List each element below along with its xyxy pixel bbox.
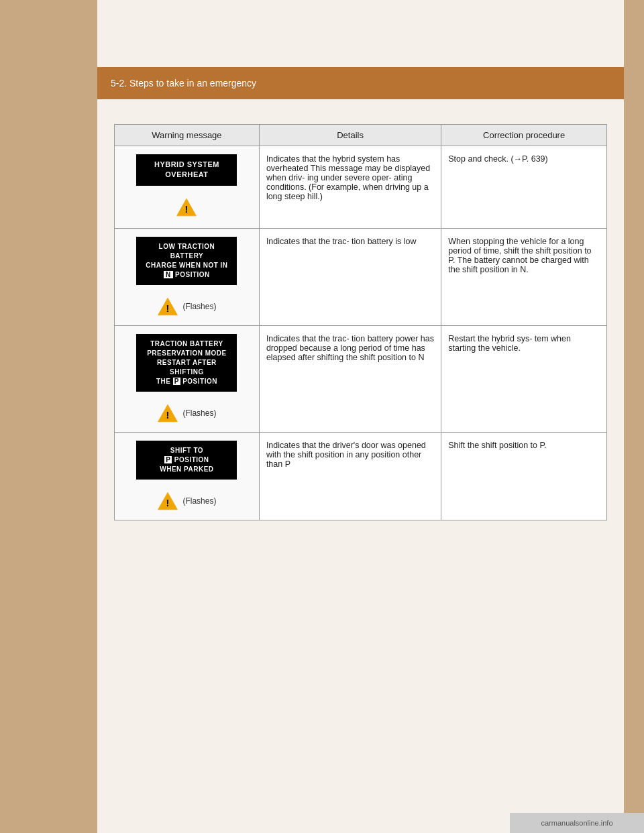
table-row: TRACTION BATTERYPRESERVATION MODERESTART…	[115, 325, 607, 432]
hybrid-overheat-sign: HYBRID SYSTEMOVERHEAT	[136, 154, 237, 186]
low-traction-sign: LOW TRACTION BATTERYCHARGE WHEN NOT INN …	[136, 237, 237, 285]
details-text-1: Indicates that the hybrid system has ove…	[266, 154, 430, 201]
details-text-4: Indicates that the driver's door was ope…	[266, 441, 426, 469]
table-row: LOW TRACTION BATTERYCHARGE WHEN NOT INN …	[115, 228, 607, 325]
warning-message-cell-3: TRACTION BATTERYPRESERVATION MODERESTART…	[115, 325, 260, 432]
left-sidebar	[0, 0, 97, 833]
warning-sign-1: HYBRID SYSTEMOVERHEAT	[121, 154, 252, 191]
details-text-2: Indicates that the trac- tion battery is…	[266, 237, 417, 246]
caution-icon-2: ! (Flashes)	[121, 296, 252, 317]
header-bar: 5-2. Steps to take in an emergency	[97, 67, 624, 99]
caution-icon-3: ! (Flashes)	[121, 402, 252, 424]
col-correction: Correction procedure	[441, 125, 607, 146]
flashes-label-4: (Flashes)	[182, 496, 216, 506]
warning-message-cell-4: SHIFT TOP POSITIONWHEN PARKED ! (Flashes…	[115, 432, 260, 520]
header-title: 5-2. Steps to take in an emergency	[111, 78, 256, 89]
right-sidebar	[624, 0, 644, 833]
details-cell-2: Indicates that the trac- tion battery is…	[259, 228, 441, 325]
table-row: SHIFT TOP POSITIONWHEN PARKED ! (Flashes…	[115, 432, 607, 520]
svg-text:!: !	[185, 204, 189, 215]
caution-triangle-svg-3: !	[157, 402, 178, 424]
caution-triangle-svg-1: !	[176, 197, 197, 218]
warning-sign-2: LOW TRACTION BATTERYCHARGE WHEN NOT INN …	[121, 237, 252, 290]
shift-to-p-sign: SHIFT TOP POSITIONWHEN PARKED	[136, 441, 237, 480]
flashes-label-3: (Flashes)	[182, 408, 216, 418]
col-details: Details	[259, 125, 441, 146]
warning-message-cell-2: LOW TRACTION BATTERYCHARGE WHEN NOT INN …	[115, 228, 260, 325]
correction-text-2: When stopping the vehicle for a long per…	[448, 237, 591, 274]
caution-icon-4: ! (Flashes)	[121, 490, 252, 512]
details-cell-4: Indicates that the driver's door was ope…	[259, 432, 441, 520]
correction-cell-4: Shift the shift position to P.	[441, 432, 607, 520]
correction-text-3: Restart the hybrid sys- tem when startin…	[448, 334, 571, 353]
table-row: HYBRID SYSTEMOVERHEAT ! Indicates that t…	[115, 146, 607, 229]
caution-triangle-svg-2: !	[157, 296, 178, 317]
warning-table: Warning message Details Correction proce…	[114, 124, 607, 520]
svg-text:!: !	[166, 303, 170, 314]
warning-sign-3: TRACTION BATTERYPRESERVATION MODERESTART…	[121, 334, 252, 397]
correction-text-4: Shift the shift position to P.	[448, 441, 546, 450]
warning-sign-4: SHIFT TOP POSITIONWHEN PARKED	[121, 441, 252, 485]
traction-preservation-sign: TRACTION BATTERYPRESERVATION MODERESTART…	[136, 334, 237, 392]
caution-triangle-svg-4: !	[157, 490, 178, 512]
svg-text:!: !	[166, 410, 170, 421]
correction-cell-3: Restart the hybrid sys- tem when startin…	[441, 325, 607, 432]
caution-icon-1: !	[121, 197, 252, 220]
warning-message-cell-1: HYBRID SYSTEMOVERHEAT !	[115, 146, 260, 229]
main-content: Warning message Details Correction proce…	[97, 111, 624, 534]
footer-url: carmanualsonline.info	[541, 819, 612, 827]
footer-bar: carmanualsonline.info	[510, 813, 644, 833]
correction-text-1: Stop and check. (→P. 639)	[448, 154, 547, 164]
flashes-label-2: (Flashes)	[182, 302, 216, 311]
details-cell-1: Indicates that the hybrid system has ove…	[259, 146, 441, 229]
details-cell-3: Indicates that the trac- tion battery po…	[259, 325, 441, 432]
details-text-3: Indicates that the trac- tion battery po…	[266, 334, 434, 362]
col-warning-message: Warning message	[115, 125, 260, 146]
correction-cell-2: When stopping the vehicle for a long per…	[441, 228, 607, 325]
correction-cell-1: Stop and check. (→P. 639)	[441, 146, 607, 229]
svg-text:!: !	[166, 498, 170, 508]
